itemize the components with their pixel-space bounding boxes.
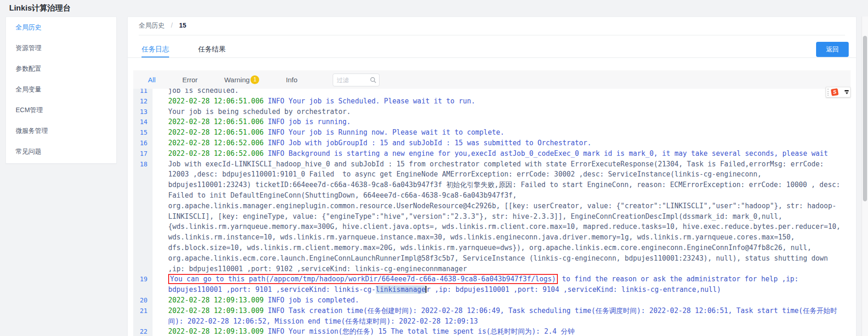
breadcrumb: 全局历史 / 15 xyxy=(139,22,186,30)
log-row: 162022-02-28 12:06:52.006 INFO Job with … xyxy=(133,138,851,148)
line-number: 22 xyxy=(133,326,153,336)
log-segment: r ,ip: bdpujes110001 ,port: 9104 ,servic… xyxy=(426,285,721,294)
sidebar-item[interactable]: ECM管理 xyxy=(6,100,116,120)
search-icon[interactable] xyxy=(370,77,376,83)
log-segment: 2022-02-28 12:06:51.006 xyxy=(168,128,264,137)
linkis-console-page: Linkis计算治理台 全局历史资源管理参数配置全局变量ECM管理微服务管理常见… xyxy=(0,0,868,336)
drag-handle-icon[interactable] xyxy=(828,89,829,96)
selected-text: linkismanage xyxy=(376,285,425,294)
log-filter-label: Error xyxy=(182,76,198,84)
line-number: 11 xyxy=(133,89,153,96)
log-row: 222022-02-28 12:09:13.009 INFO Your miss… xyxy=(133,326,851,336)
log-text: 2022-02-28 12:06:52.006 INFO Background … xyxy=(153,148,851,159)
line-number: 19 xyxy=(133,274,153,295)
log-segment: 2022-02-28 12:09:13.009 xyxy=(168,307,264,315)
line-number: 21 xyxy=(133,306,153,327)
ime-menu-icon[interactable] xyxy=(845,90,849,94)
log-segment: 2022-02-28 12:06:52.006 xyxy=(168,149,264,158)
log-segment: Your job is being scheduled by orchestra… xyxy=(168,108,351,116)
log-level-filters: AllErrorWarning1Info xyxy=(148,70,324,89)
sidebar-item[interactable]: 参数配置 xyxy=(6,58,116,79)
line-number: 18 xyxy=(133,159,153,274)
log-filter-label: Info xyxy=(286,76,297,84)
sidebar-item[interactable]: 全局历史 xyxy=(6,17,116,38)
log-text: job is scheduled. xyxy=(153,89,851,96)
log-text: 2022-02-28 12:06:51.006 INFO Your job is… xyxy=(153,127,851,138)
sidebar-nav: 全局历史资源管理参数配置全局变量ECM管理微服务管理常见问题 xyxy=(6,17,116,162)
log-highlight-box: You can go to this path(/appcom/tmp/hado… xyxy=(168,274,558,284)
log-text: 2022-02-28 12:09:13.009 INFO Task creati… xyxy=(153,306,851,327)
log-row: 212022-02-28 12:09:13.009 INFO Task crea… xyxy=(133,306,851,327)
line-number: 15 xyxy=(133,127,153,138)
warning-count-badge: 1 xyxy=(250,75,259,84)
log-filter-label: All xyxy=(148,76,156,84)
ime-toolbar[interactable]: S xyxy=(826,87,851,97)
scrollbar-thumb[interactable] xyxy=(863,36,867,201)
log-segment: INFO job is completed. xyxy=(264,296,359,304)
main-content-card: 全局历史 / 15 任务日志 任务结果 返回 AllErrorWarning1I… xyxy=(127,17,857,336)
line-number: 16 xyxy=(133,138,153,148)
log-text: 2022-02-28 12:06:51.006 INFO Your job is… xyxy=(153,96,851,107)
tab-divider xyxy=(128,57,856,58)
log-segment: 2022-02-28 12:06:51.006 xyxy=(168,118,264,126)
log-segment: INFO Job with jobGroupId : 15 and subJob… xyxy=(264,139,591,147)
log-row: 13Your job is being scheduled by orchest… xyxy=(133,107,851,117)
log-viewer[interactable]: 11job is scheduled.122022-02-28 12:06:51… xyxy=(133,89,851,336)
log-row: 152022-02-28 12:06:51.006 INFO Your job … xyxy=(133,127,851,138)
log-segment: 2022-02-28 12:06:51.006 xyxy=(168,97,264,105)
tab-task-result[interactable]: 任务结果 xyxy=(198,45,226,54)
log-segment: job is scheduled. xyxy=(168,89,239,95)
line-number: 20 xyxy=(133,295,153,306)
back-button[interactable]: 返回 xyxy=(816,42,849,57)
log-filter-tab[interactable]: All xyxy=(148,76,156,84)
log-text: 2022-02-28 12:06:52.006 INFO Job with jo… xyxy=(153,138,851,148)
breadcrumb-parent-link[interactable]: 全局历史 xyxy=(139,22,165,29)
log-text: 2022-02-28 12:09:13.009 INFO job is comp… xyxy=(153,295,851,306)
log-segment: 2022-02-28 12:09:13.009 xyxy=(168,327,264,336)
log-filter-tab[interactable]: Error xyxy=(182,76,198,84)
log-segment: 2022-02-28 12:06:52.006 xyxy=(168,139,264,147)
breadcrumb-divider xyxy=(139,35,845,35)
line-number: 12 xyxy=(133,96,153,107)
log-lines: 11job is scheduled.122022-02-28 12:06:51… xyxy=(133,89,851,336)
breadcrumb-current: 15 xyxy=(179,22,187,29)
log-filter-tab[interactable]: Warning1 xyxy=(224,75,259,84)
log-row: 202022-02-28 12:09:13.009 INFO job is co… xyxy=(133,295,851,306)
log-segment: 2022-02-28 12:09:13.009 xyxy=(168,296,264,304)
sogou-logo-icon[interactable]: S xyxy=(831,88,839,96)
log-filter-label: Warning xyxy=(224,76,250,84)
log-segment: Job with execId-LINKISCLI_hadoop_hive_0 … xyxy=(168,160,845,273)
log-segment: INFO Your job is Running now. Please wai… xyxy=(264,128,505,137)
log-text: You can go to this path(/appcom/tmp/hado… xyxy=(153,274,851,295)
log-filter-field xyxy=(333,74,380,86)
line-number: 17 xyxy=(133,148,153,159)
log-filter-bar: AllErrorWarning1Info xyxy=(133,70,851,89)
page-title: Linkis计算治理台 xyxy=(9,3,71,13)
log-segment: INFO job is running. xyxy=(264,118,351,126)
line-number: 13 xyxy=(133,107,153,117)
log-text: 2022-02-28 12:06:51.006 INFO job is runn… xyxy=(153,117,851,127)
log-segment: INFO Background is starting a new engine… xyxy=(264,149,828,158)
log-text: 2022-02-28 12:09:13.009 INFO Your missio… xyxy=(153,326,851,336)
log-filter-input[interactable] xyxy=(333,77,370,84)
log-filter-tab[interactable]: Info xyxy=(286,76,297,84)
log-segment: INFO Your mission(您的任务) 15 The total tim… xyxy=(264,327,575,336)
sidebar-item[interactable]: 资源管理 xyxy=(6,38,116,58)
log-segment: INFO Task creation time(任务创建时间): 2022-02… xyxy=(168,307,837,325)
log-row: 142022-02-28 12:06:51.006 INFO job is ru… xyxy=(133,117,851,127)
log-text: Job with execId-LINKISCLI_hadoop_hive_0 … xyxy=(153,159,851,274)
sidebar-item[interactable]: 常见问题 xyxy=(6,141,116,162)
log-row: 19You can go to this path(/appcom/tmp/ha… xyxy=(133,274,851,295)
sidebar-item[interactable]: 微服务管理 xyxy=(6,120,116,141)
sidebar: 全局历史资源管理参数配置全局变量ECM管理微服务管理常见问题 xyxy=(6,17,117,164)
log-segment: INFO Your job is Scheduled. Please wait … xyxy=(264,97,476,105)
log-text: Your job is being scheduled by orchestra… xyxy=(153,107,851,117)
breadcrumb-separator: / xyxy=(171,22,173,29)
log-row: 11job is scheduled. xyxy=(133,89,851,96)
log-row: 172022-02-28 12:06:52.006 INFO Backgroun… xyxy=(133,148,851,159)
sidebar-item[interactable]: 全局变量 xyxy=(6,79,116,100)
log-row: 18Job with execId-LINKISCLI_hadoop_hive_… xyxy=(133,159,851,274)
tab-task-log[interactable]: 任务日志 xyxy=(142,45,169,54)
log-row: 122022-02-28 12:06:51.006 INFO Your job … xyxy=(133,96,851,107)
vertical-scrollbar[interactable] xyxy=(862,17,868,336)
